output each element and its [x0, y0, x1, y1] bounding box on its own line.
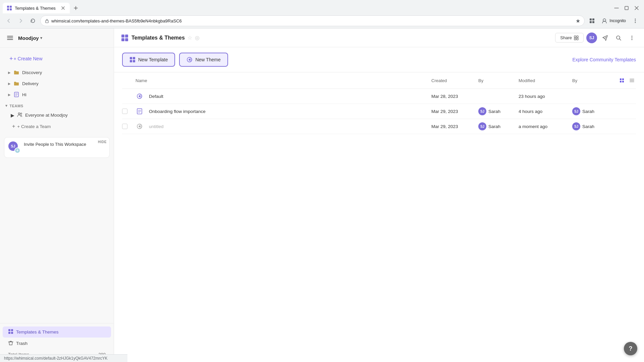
- untitled-checkbox[interactable]: [122, 124, 127, 129]
- new-template-label: New Template: [138, 57, 168, 62]
- list-view-button[interactable]: [628, 76, 636, 84]
- svg-rect-8: [590, 21, 592, 23]
- new-theme-label: New Theme: [195, 57, 220, 62]
- new-template-button[interactable]: New Template: [122, 53, 175, 67]
- chrome-menu-button[interactable]: [631, 16, 640, 25]
- onboarding-modifier-avatar: SJ: [572, 107, 580, 115]
- onboarding-creator-avatar: SJ: [478, 107, 486, 115]
- incognito-button[interactable]: Incognito: [598, 16, 629, 25]
- lock-icon: [45, 18, 49, 23]
- hide-invite-button[interactable]: HIDE: [98, 140, 107, 144]
- untitled-name-text: untitled: [149, 124, 164, 129]
- topbar-star-button[interactable]: ☆: [187, 35, 192, 41]
- svg-point-11: [635, 19, 636, 20]
- everyone-group-icon: [17, 112, 22, 118]
- untitled-creator-name: Sarah: [488, 124, 500, 129]
- svg-rect-21: [121, 35, 124, 38]
- sidebar-item-discovery[interactable]: ▶ Discovery: [3, 67, 111, 78]
- sidebar-item-hi[interactable]: ▶ Hi: [3, 89, 111, 100]
- grid-view-button[interactable]: [618, 76, 626, 84]
- svg-rect-6: [590, 18, 592, 20]
- create-new-button[interactable]: + + Create New: [4, 53, 110, 64]
- tab-close-button[interactable]: [60, 5, 66, 11]
- row-untitled-check[interactable]: [122, 124, 136, 129]
- svg-rect-23: [121, 38, 124, 41]
- row-untitled-name[interactable]: untitled: [136, 122, 431, 130]
- browser-tab[interactable]: Templates & Themes: [3, 3, 70, 13]
- sidebar-item-everyone[interactable]: ▶ Everyone at Moodjoy: [3, 110, 111, 121]
- share-button[interactable]: Share: [555, 33, 584, 43]
- svg-point-13: [635, 22, 636, 23]
- window-minimize[interactable]: [612, 3, 621, 13]
- create-new-label: + Create New: [14, 56, 43, 61]
- more-options-button[interactable]: [627, 33, 637, 43]
- search-button[interactable]: [613, 33, 624, 43]
- row-onboarding-name[interactable]: Onboarding flow importance: [136, 107, 431, 115]
- create-team-button[interactable]: + + Create a Team: [3, 121, 111, 132]
- trash-icon: [8, 340, 13, 347]
- content-area: New Template New Theme Explore Community…: [114, 47, 644, 362]
- bookmark-button[interactable]: ★: [576, 18, 580, 24]
- onboarding-creator-name: Sarah: [488, 109, 500, 114]
- hi-doc-icon: [13, 92, 19, 98]
- svg-rect-5: [46, 20, 48, 23]
- browser-chrome: Templates & Themes: [0, 0, 644, 28]
- templates-grid-icon: [8, 329, 13, 335]
- forward-button[interactable]: [16, 16, 25, 25]
- back-button[interactable]: [4, 16, 13, 25]
- svg-rect-2: [7, 8, 9, 10]
- svg-rect-36: [133, 60, 135, 62]
- header-name-col: Name: [136, 78, 431, 83]
- svg-rect-18: [11, 329, 13, 331]
- sidebar-item-trash[interactable]: Trash: [3, 338, 111, 349]
- sidebar-item-templates[interactable]: Templates & Themes: [3, 326, 111, 338]
- invite-text[interactable]: Invite People to This Workspace: [24, 141, 86, 147]
- topbar-icon: [121, 34, 129, 42]
- svg-point-32: [632, 39, 633, 40]
- onboarding-modifier-name: Sarah: [582, 109, 594, 114]
- svg-rect-27: [574, 38, 576, 40]
- window-close[interactable]: [632, 3, 641, 13]
- row-onboarding-by2: SJ Sarah: [572, 107, 612, 115]
- svg-rect-39: [620, 78, 622, 80]
- discovery-folder-icon: [13, 69, 19, 75]
- sidebar-menu-button[interactable]: [5, 33, 15, 43]
- window-restore[interactable]: [622, 3, 631, 13]
- onboarding-name-text: Onboarding flow importance: [149, 109, 206, 114]
- table-row: untitled Mar 29, 2023 SJ Sarah a moment …: [122, 119, 636, 134]
- address-bar[interactable]: whimsical.com/templates-and-themes-BAS5f…: [40, 15, 585, 26]
- svg-point-47: [139, 126, 141, 127]
- reload-button[interactable]: [28, 16, 38, 25]
- row-onboarding-by1: SJ Sarah: [478, 107, 519, 115]
- table-container: Name Created By Modified By: [114, 72, 644, 134]
- delivery-chevron-icon: ▶: [8, 82, 11, 85]
- svg-rect-35: [130, 60, 132, 62]
- topbar-verify-icon: ◎: [195, 35, 200, 41]
- header-by2-col: By: [572, 78, 612, 83]
- svg-point-31: [632, 37, 633, 38]
- onboarding-checkbox[interactable]: [122, 109, 127, 114]
- discovery-chevron-icon: ▶: [8, 71, 11, 74]
- teams-chevron-icon: ▾: [5, 104, 8, 108]
- tab-bar: Templates & Themes: [0, 0, 644, 13]
- workspace-name[interactable]: Moodjoy ▾: [18, 35, 42, 41]
- send-button[interactable]: [600, 33, 610, 43]
- sidebar-item-delivery[interactable]: ▶ Delivery: [3, 78, 111, 89]
- hi-chevron-icon: ▶: [8, 93, 11, 97]
- user-avatar-topbar[interactable]: SJ: [586, 33, 597, 43]
- extensions-button[interactable]: [587, 16, 597, 25]
- sidebar-body: + + Create New ▶ Discovery ▶ Delivery ▶: [0, 48, 114, 323]
- explore-community-button[interactable]: Explore Community Templates: [572, 57, 636, 62]
- new-theme-button[interactable]: New Theme: [179, 53, 228, 67]
- row-onboarding-check[interactable]: [122, 109, 136, 114]
- row-onboarding-created: Mar 29, 2023: [431, 109, 478, 114]
- delivery-folder-icon: [13, 80, 19, 86]
- new-tab-button[interactable]: [71, 3, 80, 13]
- column-name-label: Name: [136, 78, 147, 83]
- row-default-name[interactable]: Default: [136, 92, 431, 100]
- incognito-label: Incognito: [609, 18, 626, 23]
- help-button[interactable]: ?: [624, 342, 637, 355]
- svg-rect-19: [8, 332, 10, 334]
- incognito-icon: [601, 18, 607, 24]
- status-url: https://whimsical.com/default-2zHJGk1yQk…: [4, 356, 108, 361]
